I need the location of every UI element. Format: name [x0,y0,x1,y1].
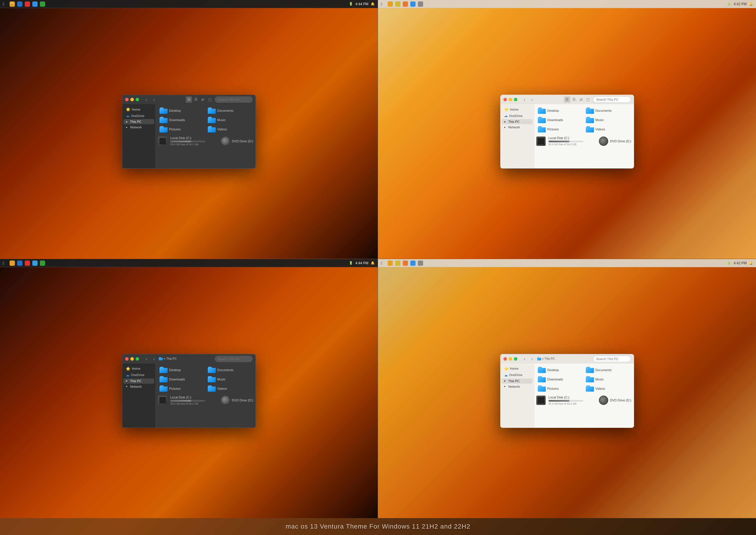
close-button-br[interactable] [503,357,507,361]
minimize-button-tl[interactable] [130,98,134,101]
breadcrumb-br: » This PC [537,357,555,360]
detail-view-btn-tr[interactable]: ⇄ [578,96,584,103]
search-input-tr[interactable] [593,96,631,103]
minimize-button-bl[interactable] [130,357,134,361]
preview-view-btn-tr[interactable]: ▢ [585,96,591,103]
dvd-name-br: DVD Drive (D:) [610,399,631,402]
drive-bar-fill-bl [170,400,191,402]
grid-view-btn-tr[interactable]: ☷ [564,96,570,103]
file-downloads-bl[interactable]: Downloads [158,375,205,383]
quadrant-top-right:  🔋 4:42 PM 🔔 ‹ › [378,0,756,259]
search-input-br[interactable] [593,356,631,362]
file-music-br[interactable]: Music [584,375,632,383]
maximize-button-bl[interactable] [136,357,139,361]
hdd-icon-br [536,396,546,405]
detail-view-btn-tl[interactable]: ⇄ [200,96,206,103]
file-downloads-br[interactable]: Downloads [536,375,583,383]
file-desktop-br[interactable]: Desktop [536,366,583,374]
file-music-tl[interactable]: Music [206,116,254,124]
sidebar-home-bl[interactable]: ⭐ Home [123,366,154,372]
quadrant-bottom-left:  🔋 4:44 PM 🔔 ‹ › [0,259,378,518]
file-documents-bl[interactable]: Documents [206,366,254,374]
drive-bar-fill-br [549,400,570,402]
file-documents-tr[interactable]: Documents [584,106,632,115]
sidebar-thispc-tl[interactable]: ► This PC [123,119,154,124]
file-desktop-bl[interactable]: Desktop [158,366,205,374]
file-downloads-tl[interactable]: Downloads [158,116,205,124]
forward-button-tl[interactable]: › [151,96,157,103]
hdd-inner-bl [159,397,166,404]
taskbar-icon-2 [17,1,22,7]
file-desktop-tr[interactable]: Desktop [536,106,583,115]
back-button-tl[interactable]: ‹ [143,96,149,103]
file-documents-br[interactable]: Documents [584,366,632,374]
file-music-bl[interactable]: Music [206,375,254,383]
dvd-icon-br [599,396,608,405]
back-button-br[interactable]: ‹ [522,356,528,362]
file-pictures-tl[interactable]: Pictures [158,125,205,133]
sidebar-network-tl[interactable]: ► Network [123,125,154,130]
drive-bar-fill-tr [549,141,570,142]
list-view-btn-tr[interactable]: ☰ [571,96,577,103]
file-desktop-tl[interactable]: Desktop [158,106,205,115]
back-button-tr[interactable]: ‹ [522,96,528,103]
explorer-body-tl: ⭐ Home ☁ OneDrive ► This PC ► Network [122,104,256,168]
drive-info-tl: Local Disk (C:) 35.9 GB free of 59.2 GB [170,136,218,146]
maximize-button-br[interactable] [514,357,517,361]
search-input-tl[interactable] [215,96,253,103]
sidebar-home-br[interactable]: ⭐ Home [502,366,532,372]
sidebar-network-br[interactable]: ► Network [502,384,532,389]
file-pictures-bl[interactable]: Pictures [158,384,205,393]
preview-view-btn-tl[interactable]: ▢ [206,96,213,103]
file-videos-tl[interactable]: Videos [206,125,254,133]
grid-view-btn-tl[interactable]: ☷ [186,96,192,103]
minimize-button-br[interactable] [509,357,512,361]
file-music-tr[interactable]: Music [584,116,632,124]
sidebar-onedrive-tl[interactable]: ☁ OneDrive [123,113,154,119]
network-chevron-br: ► [504,385,506,388]
sidebar-network-bl[interactable]: ► Network [123,384,154,389]
sidebar-onedrive-br[interactable]: ☁ OneDrive [502,372,532,378]
finder-icon-tr [388,1,393,7]
sidebar-thispc-tr[interactable]: ► This PC [502,119,532,124]
list-view-btn-tl[interactable]: ☰ [193,96,199,103]
file-pictures-br[interactable]: Pictures [536,384,583,393]
back-button-bl[interactable]: ‹ [143,356,149,362]
file-downloads-tr[interactable]: Downloads [536,116,583,124]
sidebar-onedrive-bl[interactable]: ☁ OneDrive [123,372,154,378]
documents-label-br: Documents [595,368,612,372]
file-pictures-tr[interactable]: Pictures [536,125,583,133]
search-input-bl[interactable] [215,356,253,362]
forward-button-bl[interactable]: › [151,356,157,362]
sidebar-thispc-bl[interactable]: ► This PC [123,379,154,384]
documents-folder-icon-br [586,367,594,373]
sidebar-home-tl[interactable]: ⭐ Home [123,106,154,112]
notification-icon-tr: 🔔 [749,2,753,6]
close-button-tr[interactable] [503,98,507,101]
drive-name-br: Local Disk (C:) [549,396,596,399]
file-documents-tl[interactable]: Documents [206,106,254,115]
close-button-tl[interactable] [125,98,129,101]
drive-size-br: 35.9 GB free of 59.2 GB [549,402,596,405]
maximize-button-tl[interactable] [136,98,139,101]
home-icon-bl: ⭐ [126,366,130,371]
sidebar-onedrive-tr[interactable]: ☁ OneDrive [502,113,532,119]
sidebar-thispc-br[interactable]: ► This PC [502,379,532,384]
explorer-body-br: ⭐ Home ☁ OneDrive ► This PC ► Network [500,364,634,428]
forward-button-br[interactable]: › [529,356,535,362]
sidebar-network-tr[interactable]: ► Network [502,125,532,130]
file-videos-tr[interactable]: Videos [584,125,632,133]
drive-info-tr: Local Disk (C:) 35.9 GB free of 59.2 GB [549,136,596,146]
home-icon-tr: ⭐ [504,107,509,111]
close-button-bl[interactable] [125,357,129,361]
file-videos-br[interactable]: Videos [584,384,632,393]
forward-button-tr[interactable]: › [529,96,535,103]
maximize-button-tr[interactable] [514,98,517,101]
drive-bar-bg-br [549,400,583,402]
pictures-folder-icon-bl [159,385,168,392]
file-videos-bl[interactable]: Videos [206,384,254,393]
home-icon-br: ⭐ [504,366,509,371]
sidebar-home-label-tl: Home [132,108,140,111]
sidebar-home-tr[interactable]: ⭐ Home [502,106,532,112]
minimize-button-tr[interactable] [509,98,512,101]
